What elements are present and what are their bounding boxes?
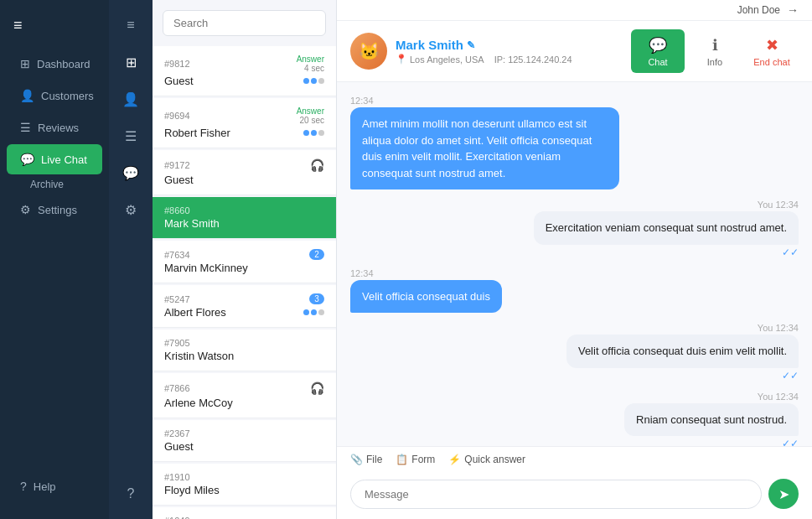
help-icon: ? xyxy=(20,480,27,493)
chat-user-info: 🐱 Mark Smith ✎ 📍 Los Angeles, USA IP: 12… xyxy=(350,33,621,70)
chat-list-item[interactable]: #7634 2 Marvin McKinney xyxy=(153,241,336,283)
chat-name: Guest xyxy=(164,174,324,186)
sidebar-item-label: Reviews xyxy=(38,122,79,134)
search-container xyxy=(153,0,336,46)
form-icon: 📋 xyxy=(396,454,408,465)
chat-list-item[interactable]: #9694 Answer20 sec Robert Fisher xyxy=(153,98,336,148)
sidebar-item-dashboard[interactable]: ⊞ Dashboard xyxy=(7,49,102,79)
chat-list-item[interactable]: #9812 Answer4 sec Guest xyxy=(153,46,336,96)
info-action-button[interactable]: ℹ Info xyxy=(688,29,742,73)
primary-nav: ⊞ Dashboard 👤 Customers ☰ Reviews 💬 Live… xyxy=(0,48,109,464)
chat-list-item[interactable]: #1910 Floyd Miles xyxy=(153,464,336,506)
end-chat-button[interactable]: ✖ End chat xyxy=(745,29,799,73)
message-timestamp: You 12:34 xyxy=(758,200,799,210)
chat-list-panel: #9812 Answer4 sec Guest #9694 Answer20 s… xyxy=(153,0,337,519)
chat-name: Floyd Miles xyxy=(164,484,324,496)
message-group: You 12:34 Rniam consequat sunt nostrud. … xyxy=(350,392,799,447)
chat-name: Albert Flores xyxy=(164,306,226,319)
sidebar2-chat-icon[interactable]: 💬 xyxy=(116,158,146,188)
chat-user-meta: 📍 Los Angeles, USA IP: 125.124.240.24 xyxy=(396,54,572,65)
status-dots xyxy=(303,78,324,84)
badge-count: 2 xyxy=(309,249,324,260)
sidebar2-grid-icon[interactable]: ⊞ xyxy=(116,47,146,77)
chat-list: #9812 Answer4 sec Guest #9694 Answer20 s… xyxy=(153,46,336,519)
chat-header: 🐱 Mark Smith ✎ 📍 Los Angeles, USA IP: 12… xyxy=(337,21,812,82)
send-button[interactable]: ➤ xyxy=(768,479,799,509)
ip-info: IP: 125.124.240.24 xyxy=(494,54,572,65)
reviews-icon: ☰ xyxy=(20,121,31,134)
message-input-row: ➤ xyxy=(337,472,812,519)
sidebar2-help-icon[interactable]: ? xyxy=(116,479,146,509)
chat-toolbar: 📎 File 📋 Form ⚡ Quick answer xyxy=(337,446,812,472)
chat-id: #1049 xyxy=(164,516,324,519)
logout-icon[interactable]: → xyxy=(787,3,799,17)
chat-name: Robert Fisher xyxy=(164,127,230,139)
sidebar2-menu-icon[interactable]: ≡ xyxy=(116,10,146,40)
chat-list-item[interactable]: #1049 Guest xyxy=(153,507,336,519)
message-timestamp: 12:34 xyxy=(350,268,374,278)
chat-action-button[interactable]: 💬 Chat xyxy=(631,29,685,73)
chat-id: #9172 xyxy=(164,160,190,170)
quick-answer-button[interactable]: ⚡ Quick answer xyxy=(448,454,525,465)
sidebar-bottom: ? Help xyxy=(0,464,109,509)
message-meta: ✓✓ xyxy=(782,370,799,381)
message-group: 12:34 Velit officia consequat duis xyxy=(350,268,799,314)
chat-list-item[interactable]: #9172 🎧 Guest xyxy=(153,150,336,195)
edit-icon[interactable]: ✎ xyxy=(467,39,475,51)
sidebar-secondary: ≡ ⊞ 👤 ☰ 💬 ⚙ ? xyxy=(109,0,153,519)
sidebar-item-help[interactable]: ? Help xyxy=(7,471,102,501)
chat-icon: 💬 xyxy=(20,153,34,166)
status-dots xyxy=(303,309,324,315)
message-timestamp: You 12:34 xyxy=(758,323,799,333)
chat-list-item[interactable]: #2367 Guest xyxy=(153,420,336,462)
chat-id: #7634 xyxy=(164,250,190,260)
sidebar-item-reviews[interactable]: ☰ Reviews xyxy=(7,112,102,143)
chat-id: #9694 xyxy=(164,111,190,121)
message-input[interactable] xyxy=(350,480,762,509)
topbar: John Doe → xyxy=(337,0,812,21)
chat-list-item[interactable]: #5247 3 Albert Flores xyxy=(153,285,336,328)
chat-id: #5247 xyxy=(164,294,190,304)
sidebar-item-settings[interactable]: ⚙ Settings xyxy=(7,195,102,225)
checkmark-icon: ✓✓ xyxy=(782,438,799,446)
sidebar-item-live-chat[interactable]: 💬 Live Chat xyxy=(7,144,102,174)
message-bubble: Velit officia consequat duis enim velit … xyxy=(566,335,799,368)
status-dots xyxy=(303,130,324,136)
chat-user-name: Mark Smith ✎ xyxy=(396,38,572,52)
header-actions: 💬 Chat ℹ Info ✖ End chat xyxy=(631,29,799,73)
sidebar2-list-icon[interactable]: ☰ xyxy=(116,121,146,151)
chat-list-item[interactable]: #7905 Kristin Watson xyxy=(153,330,336,371)
form-button[interactable]: 📋 Form xyxy=(396,454,435,465)
sidebar-item-label: Customers xyxy=(41,90,94,102)
location-icon: 📍 xyxy=(396,54,407,65)
avatar: 🐱 xyxy=(350,33,387,70)
chat-btn-label: Chat xyxy=(648,57,667,67)
chat-id: #2367 xyxy=(164,428,324,439)
sidebar2-user-icon[interactable]: 👤 xyxy=(116,84,146,114)
sidebar-archive-link[interactable]: Archive xyxy=(0,175,109,194)
info-btn-label: Info xyxy=(707,57,722,67)
message-bubble: Velit officia consequat duis xyxy=(350,280,502,314)
file-label: File xyxy=(366,454,382,465)
quick-answer-icon: ⚡ xyxy=(448,454,461,465)
headphones-icon: 🎧 xyxy=(310,158,324,172)
chat-id: #7905 xyxy=(164,338,324,348)
chat-list-item[interactable]: #7866 🎧 Arlene McCoy xyxy=(153,373,336,418)
checkmark-icon: ✓✓ xyxy=(782,247,799,258)
file-button[interactable]: 📎 File xyxy=(350,454,382,465)
checkmark-icon: ✓✓ xyxy=(782,370,799,381)
sidebar2-settings-icon[interactable]: ⚙ xyxy=(116,195,146,225)
main-chat-area: John Doe → 🐱 Mark Smith ✎ 📍 Los Angeles,… xyxy=(337,0,812,519)
message-bubble: Rniam consequat sunt nostrud. xyxy=(624,403,799,437)
chat-list-item[interactable]: #8660 Mark Smith xyxy=(153,197,336,239)
message-group: You 12:34 Velit officia consequat duis e… xyxy=(350,323,799,381)
chat-name: Guest xyxy=(164,440,324,453)
message-meta: ✓✓ xyxy=(782,438,799,446)
answer-label: Answer4 sec xyxy=(297,54,324,73)
chat-name: Mark Smith xyxy=(164,217,324,230)
search-input[interactable] xyxy=(163,10,326,36)
chat-name: Kristin Watson xyxy=(164,350,324,362)
sidebar-primary: ≡ ⊞ Dashboard 👤 Customers ☰ Reviews 💬 Li… xyxy=(0,0,109,519)
archive-label: Archive xyxy=(30,179,64,190)
sidebar-item-customers[interactable]: 👤 Customers xyxy=(7,80,102,111)
